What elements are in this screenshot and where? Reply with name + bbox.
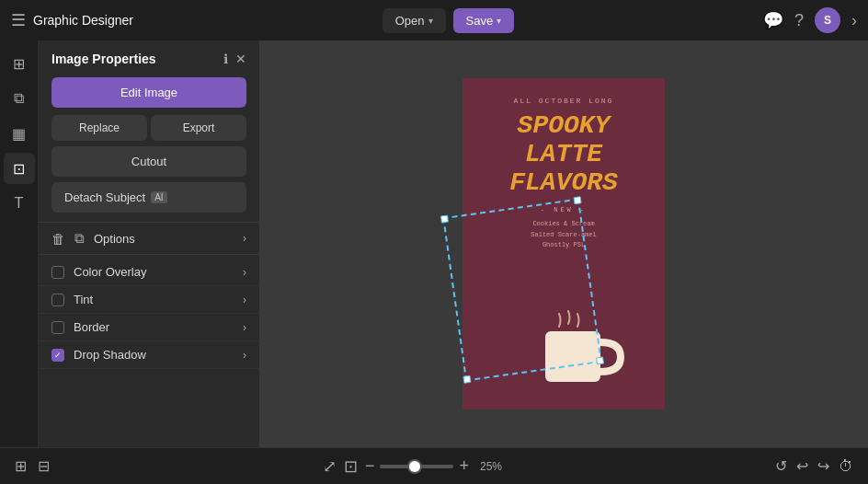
effect-expand-chevron-icon: › <box>243 266 246 279</box>
effect-expand-chevron-icon: › <box>243 321 246 334</box>
topbar-right: 💬 ? S › <box>763 7 857 33</box>
bottom-center: ⤢ ⊡ − + 25% <box>323 456 502 477</box>
app-title: Graphic Designer <box>33 13 133 28</box>
options-chevron-icon: › <box>243 232 246 245</box>
effect-label: Border <box>74 320 243 334</box>
save-button[interactable]: Save ▾ <box>453 8 515 33</box>
poster-container: All October long SpookyLatteFlavors - NE… <box>463 78 665 409</box>
trash-icon[interactable]: 🗑 <box>51 231 65 247</box>
history-icon[interactable]: ⏱ <box>839 458 853 475</box>
properties-panel: Image Properties ℹ ✕ Edit Image Replace … <box>39 40 259 447</box>
duplicate-icon[interactable]: ⧉ <box>74 230 85 247</box>
effect-checkbox[interactable] <box>51 294 64 306</box>
handle-tl[interactable] <box>440 214 449 223</box>
detach-label: Detach Subject <box>64 190 145 204</box>
grid-view-icon[interactable]: ⊞ <box>15 457 27 475</box>
menu-icon[interactable]: ☰ <box>11 10 26 30</box>
undo-icon[interactable]: ↩ <box>796 457 808 475</box>
effect-expand-chevron-icon: › <box>243 294 246 306</box>
sidebar-item-elements[interactable]: ⊞ <box>4 48 35 79</box>
close-icon[interactable]: ✕ <box>235 52 246 66</box>
replace-button[interactable]: Replace <box>51 115 147 141</box>
ai-badge: AI <box>151 191 166 203</box>
help-icon[interactable]: ? <box>794 11 804 30</box>
zoom-in-button[interactable]: + <box>459 456 469 476</box>
sidebar-item-layout[interactable]: ▦ <box>4 118 35 149</box>
action-row: Replace Export <box>51 115 246 141</box>
topbar-left: ☰ Graphic Designer <box>11 10 133 30</box>
detach-subject-button[interactable]: Detach Subject AI <box>51 182 246 213</box>
bottom-left: ⊞ ⊟ <box>15 457 50 475</box>
panel-header-icons: ℹ ✕ <box>223 52 246 66</box>
effect-checkbox[interactable] <box>51 266 64 279</box>
sidebar-item-images[interactable]: ⊡ <box>4 153 35 184</box>
effect-label: Color Overlay <box>74 265 243 279</box>
zoom-percent: 25% <box>480 460 502 473</box>
info-icon[interactable]: ℹ <box>223 52 228 66</box>
panel-header: Image Properties ℹ ✕ <box>39 40 259 74</box>
topbar: ☰ Graphic Designer Open ▾ Save ▾ 💬 ? S › <box>0 0 868 40</box>
cutout-button[interactable]: Cutout <box>51 146 246 177</box>
poster-subtitle: All October long <box>514 97 614 105</box>
export-button[interactable]: Export <box>151 115 246 141</box>
effect-expand-chevron-icon: › <box>243 349 246 362</box>
effect-item-tint[interactable]: Tint› <box>39 286 259 314</box>
effect-label: Drop Shadow <box>74 348 243 362</box>
mug-image <box>536 304 628 400</box>
poster-flavors: Cookies & ScreamSalted Scare-amelGhostly… <box>531 219 596 250</box>
zoom-slider[interactable] <box>380 465 453 468</box>
svg-rect-0 <box>545 331 600 382</box>
zoom-controls: − + <box>365 456 469 476</box>
sidebar-item-text[interactable]: T <box>4 188 35 219</box>
redo-icon[interactable]: ↪ <box>817 457 829 475</box>
topbar-center: Open ▾ Save ▾ <box>383 8 514 33</box>
zoom-slider-thumb <box>409 461 420 472</box>
zoom-out-button[interactable]: − <box>365 456 375 476</box>
effect-checkbox[interactable] <box>51 349 64 362</box>
edit-image-button[interactable]: Edit Image <box>51 77 246 108</box>
effect-label: Tint <box>74 293 243 306</box>
options-label: Options <box>94 232 135 246</box>
effect-checkbox[interactable] <box>51 321 64 334</box>
open-label: Open <box>395 14 425 28</box>
effects-list: Color Overlay›Tint›Border›Drop Shadow› <box>39 259 259 369</box>
tile-view-icon[interactable]: ⊟ <box>38 457 50 475</box>
effect-item-border[interactable]: Border› <box>39 314 259 341</box>
avatar[interactable]: S <box>815 7 840 33</box>
options-left: 🗑 ⧉ Options <box>51 230 135 247</box>
frame-view-button[interactable]: ⊡ <box>344 456 358 477</box>
comment-icon[interactable]: 💬 <box>763 10 783 30</box>
refresh-icon[interactable]: ↺ <box>775 457 787 475</box>
save-chevron-icon: ▾ <box>497 16 501 26</box>
open-button[interactable]: Open ▾ <box>383 8 446 33</box>
save-label: Save <box>466 14 494 28</box>
poster-divider: - NEW - <box>541 206 587 213</box>
more-options-icon[interactable]: › <box>851 11 857 30</box>
poster: All October long SpookyLatteFlavors - NE… <box>463 78 665 409</box>
canvas-area[interactable]: All October long SpookyLatteFlavors - NE… <box>259 40 868 447</box>
bottom-toolbar: ⊞ ⊟ ⤢ ⊡ − + 25% ↺ ↩ ↪ ⏱ <box>0 447 868 484</box>
poster-title: SpookyLatteFlavors <box>509 112 618 197</box>
effect-item-drop-shadow[interactable]: Drop Shadow› <box>39 341 259 369</box>
icon-sidebar: ⊞ ⧉ ▦ ⊡ T <box>0 40 39 447</box>
effect-item-color-overlay[interactable]: Color Overlay› <box>39 259 259 286</box>
fit-view-button[interactable]: ⤢ <box>323 456 337 477</box>
open-chevron-icon: ▾ <box>428 16 433 26</box>
panel-title: Image Properties <box>51 52 156 66</box>
bottom-right: ↺ ↩ ↪ ⏱ <box>775 457 853 475</box>
main-area: ⊞ ⧉ ▦ ⊡ T Image Properties ℹ ✕ Edit Imag… <box>0 40 868 447</box>
sidebar-item-layers[interactable]: ⧉ <box>4 83 35 114</box>
options-row[interactable]: 🗑 ⧉ Options › <box>39 222 259 255</box>
